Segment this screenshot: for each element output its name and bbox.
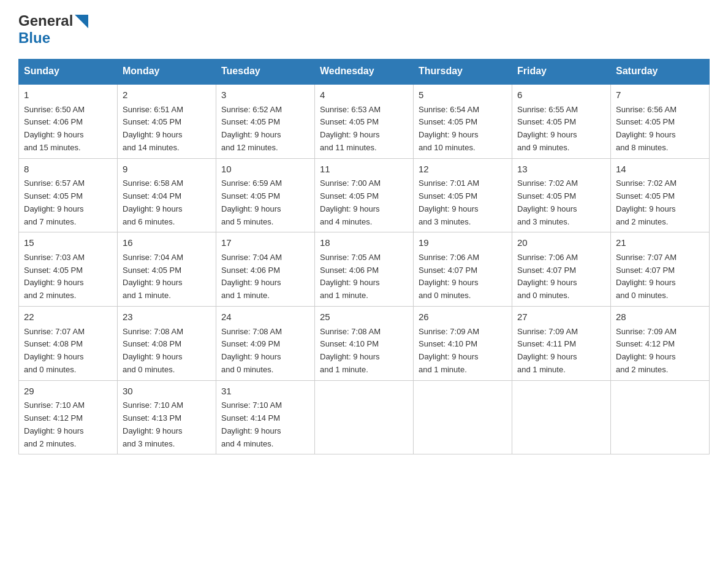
day-info: Sunrise: 7:07 AMSunset: 4:08 PMDaylight:… bbox=[24, 326, 112, 377]
day-info: Sunrise: 7:09 AMSunset: 4:11 PMDaylight:… bbox=[517, 326, 605, 377]
day-info: Sunrise: 7:05 AMSunset: 4:06 PMDaylight:… bbox=[320, 251, 408, 302]
calendar-cell: 16Sunrise: 7:04 AMSunset: 4:05 PMDayligh… bbox=[118, 232, 216, 307]
day-info: Sunrise: 7:08 AMSunset: 4:09 PMDaylight:… bbox=[221, 326, 309, 377]
calendar-cell: 18Sunrise: 7:05 AMSunset: 4:06 PMDayligh… bbox=[315, 232, 414, 307]
calendar-cell: 31Sunrise: 7:10 AMSunset: 4:14 PMDayligh… bbox=[216, 380, 315, 454]
day-number: 26 bbox=[419, 310, 507, 324]
day-number: 6 bbox=[517, 88, 605, 102]
col-header-monday: Monday bbox=[118, 59, 216, 84]
day-info: Sunrise: 7:04 AMSunset: 4:05 PMDaylight:… bbox=[123, 251, 211, 302]
day-number: 9 bbox=[123, 163, 211, 177]
day-info: Sunrise: 6:57 AMSunset: 4:05 PMDaylight:… bbox=[24, 177, 112, 228]
calendar-week-3: 15Sunrise: 7:03 AMSunset: 4:05 PMDayligh… bbox=[19, 232, 710, 307]
day-number: 29 bbox=[24, 385, 112, 399]
calendar-week-4: 22Sunrise: 7:07 AMSunset: 4:08 PMDayligh… bbox=[19, 307, 710, 381]
calendar-cell: 22Sunrise: 7:07 AMSunset: 4:08 PMDayligh… bbox=[19, 307, 118, 381]
day-number: 16 bbox=[123, 236, 211, 250]
day-number: 3 bbox=[221, 88, 309, 102]
day-info: Sunrise: 6:58 AMSunset: 4:04 PMDaylight:… bbox=[123, 177, 211, 228]
col-header-thursday: Thursday bbox=[414, 59, 512, 84]
day-number: 30 bbox=[123, 385, 211, 399]
calendar-cell: 11Sunrise: 7:00 AMSunset: 4:05 PMDayligh… bbox=[315, 158, 414, 232]
day-info: Sunrise: 6:52 AMSunset: 4:05 PMDaylight:… bbox=[221, 104, 309, 155]
calendar-cell: 5Sunrise: 6:54 AMSunset: 4:05 PMDaylight… bbox=[414, 84, 512, 159]
day-info: Sunrise: 6:55 AMSunset: 4:05 PMDaylight:… bbox=[517, 104, 605, 155]
calendar-cell: 21Sunrise: 7:07 AMSunset: 4:07 PMDayligh… bbox=[611, 232, 710, 307]
day-info: Sunrise: 7:02 AMSunset: 4:05 PMDaylight:… bbox=[616, 177, 704, 228]
day-number: 24 bbox=[221, 310, 309, 324]
day-info: Sunrise: 7:04 AMSunset: 4:06 PMDaylight:… bbox=[221, 251, 309, 302]
calendar-cell: 1Sunrise: 6:50 AMSunset: 4:06 PMDaylight… bbox=[19, 84, 118, 159]
calendar-week-1: 1Sunrise: 6:50 AMSunset: 4:06 PMDaylight… bbox=[19, 84, 710, 159]
col-header-friday: Friday bbox=[512, 59, 611, 84]
calendar-cell: 27Sunrise: 7:09 AMSunset: 4:11 PMDayligh… bbox=[512, 307, 611, 381]
day-info: Sunrise: 7:03 AMSunset: 4:05 PMDaylight:… bbox=[24, 251, 112, 302]
calendar-cell: 14Sunrise: 7:02 AMSunset: 4:05 PMDayligh… bbox=[611, 158, 710, 232]
day-number: 17 bbox=[221, 236, 309, 250]
calendar-cell bbox=[414, 380, 512, 454]
day-number: 20 bbox=[517, 236, 605, 250]
day-info: Sunrise: 7:08 AMSunset: 4:10 PMDaylight:… bbox=[320, 326, 408, 377]
calendar-cell: 7Sunrise: 6:56 AMSunset: 4:05 PMDaylight… bbox=[611, 84, 710, 159]
calendar-cell: 8Sunrise: 6:57 AMSunset: 4:05 PMDaylight… bbox=[19, 158, 118, 232]
day-number: 5 bbox=[419, 88, 507, 102]
day-info: Sunrise: 6:53 AMSunset: 4:05 PMDaylight:… bbox=[320, 104, 408, 155]
day-info: Sunrise: 7:09 AMSunset: 4:10 PMDaylight:… bbox=[419, 326, 507, 377]
day-info: Sunrise: 7:10 AMSunset: 4:12 PMDaylight:… bbox=[24, 399, 112, 450]
calendar-cell: 4Sunrise: 6:53 AMSunset: 4:05 PMDaylight… bbox=[315, 84, 414, 159]
calendar-cell: 15Sunrise: 7:03 AMSunset: 4:05 PMDayligh… bbox=[19, 232, 118, 307]
calendar-cell: 2Sunrise: 6:51 AMSunset: 4:05 PMDaylight… bbox=[118, 84, 216, 159]
day-info: Sunrise: 7:06 AMSunset: 4:07 PMDaylight:… bbox=[419, 251, 507, 302]
calendar-cell bbox=[315, 380, 414, 454]
col-header-sunday: Sunday bbox=[19, 59, 118, 84]
calendar-cell: 13Sunrise: 7:02 AMSunset: 4:05 PMDayligh… bbox=[512, 158, 611, 232]
day-info: Sunrise: 6:51 AMSunset: 4:05 PMDaylight:… bbox=[123, 104, 211, 155]
day-number: 28 bbox=[616, 310, 704, 324]
day-number: 22 bbox=[24, 310, 112, 324]
calendar-cell bbox=[611, 380, 710, 454]
day-number: 1 bbox=[24, 88, 112, 102]
day-number: 12 bbox=[419, 163, 507, 177]
calendar-cell: 24Sunrise: 7:08 AMSunset: 4:09 PMDayligh… bbox=[216, 307, 315, 381]
day-number: 2 bbox=[123, 88, 211, 102]
day-number: 8 bbox=[24, 163, 112, 177]
calendar-cell: 19Sunrise: 7:06 AMSunset: 4:07 PMDayligh… bbox=[414, 232, 512, 307]
day-info: Sunrise: 6:54 AMSunset: 4:05 PMDaylight:… bbox=[419, 104, 507, 155]
calendar-week-2: 8Sunrise: 6:57 AMSunset: 4:05 PMDaylight… bbox=[19, 158, 710, 232]
calendar-cell: 20Sunrise: 7:06 AMSunset: 4:07 PMDayligh… bbox=[512, 232, 611, 307]
svg-marker-0 bbox=[75, 15, 88, 28]
page-header: General Blue bbox=[18, 12, 710, 47]
day-number: 31 bbox=[221, 385, 309, 399]
calendar-cell: 29Sunrise: 7:10 AMSunset: 4:12 PMDayligh… bbox=[19, 380, 118, 454]
col-header-tuesday: Tuesday bbox=[216, 59, 315, 84]
day-info: Sunrise: 7:08 AMSunset: 4:08 PMDaylight:… bbox=[123, 326, 211, 377]
logo-icon bbox=[75, 15, 88, 28]
day-number: 19 bbox=[419, 236, 507, 250]
day-number: 14 bbox=[616, 163, 704, 177]
day-info: Sunrise: 7:00 AMSunset: 4:05 PMDaylight:… bbox=[320, 177, 408, 228]
calendar-header-row: SundayMondayTuesdayWednesdayThursdayFrid… bbox=[19, 59, 710, 84]
calendar-cell: 10Sunrise: 6:59 AMSunset: 4:05 PMDayligh… bbox=[216, 158, 315, 232]
day-info: Sunrise: 6:56 AMSunset: 4:05 PMDaylight:… bbox=[616, 104, 704, 155]
day-info: Sunrise: 7:10 AMSunset: 4:13 PMDaylight:… bbox=[123, 399, 211, 450]
calendar-cell: 3Sunrise: 6:52 AMSunset: 4:05 PMDaylight… bbox=[216, 84, 315, 159]
calendar-cell: 25Sunrise: 7:08 AMSunset: 4:10 PMDayligh… bbox=[315, 307, 414, 381]
col-header-wednesday: Wednesday bbox=[315, 59, 414, 84]
day-info: Sunrise: 7:06 AMSunset: 4:07 PMDaylight:… bbox=[517, 251, 605, 302]
day-info: Sunrise: 7:10 AMSunset: 4:14 PMDaylight:… bbox=[221, 399, 309, 450]
calendar-cell: 17Sunrise: 7:04 AMSunset: 4:06 PMDayligh… bbox=[216, 232, 315, 307]
calendar-table: SundayMondayTuesdayWednesdayThursdayFrid… bbox=[18, 59, 710, 454]
day-number: 21 bbox=[616, 236, 704, 250]
col-header-saturday: Saturday bbox=[611, 59, 710, 84]
day-number: 25 bbox=[320, 310, 408, 324]
logo-general-text: General bbox=[18, 12, 73, 29]
calendar-cell: 30Sunrise: 7:10 AMSunset: 4:13 PMDayligh… bbox=[118, 380, 216, 454]
day-number: 10 bbox=[221, 163, 309, 177]
day-info: Sunrise: 6:50 AMSunset: 4:06 PMDaylight:… bbox=[24, 104, 112, 155]
day-info: Sunrise: 7:07 AMSunset: 4:07 PMDaylight:… bbox=[616, 251, 704, 302]
calendar-cell: 23Sunrise: 7:08 AMSunset: 4:08 PMDayligh… bbox=[118, 307, 216, 381]
day-number: 27 bbox=[517, 310, 605, 324]
day-number: 18 bbox=[320, 236, 408, 250]
logo: General Blue bbox=[18, 12, 88, 47]
day-number: 23 bbox=[123, 310, 211, 324]
